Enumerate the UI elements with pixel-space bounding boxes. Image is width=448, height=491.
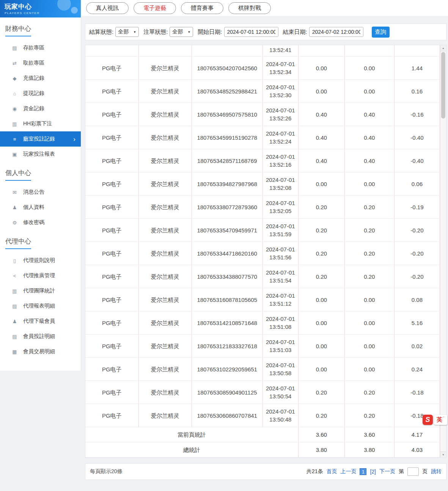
- sidebar-item[interactable]: ◆充值記錄: [0, 71, 81, 86]
- pagination-jump-button[interactable]: 跳转: [431, 468, 442, 475]
- end-date-label: 結束日期:: [283, 28, 307, 36]
- pagination-controls: 共21条首页上一页1[2]下一页第页跳转: [307, 467, 442, 476]
- members-icon: ♟: [11, 319, 18, 324]
- player-bet-report-icon: ▣: [11, 152, 18, 157]
- cell-bet-time: 2024-07-0113:51:12: [263, 288, 298, 311]
- table-scrollbar[interactable]: ▲ ▼: [440, 45, 446, 458]
- sidebar-item[interactable]: ♟個人資料: [0, 200, 81, 215]
- cell-game-name: 爱尔兰精灵: [138, 381, 192, 404]
- table-row: PG电子爱尔兰精灵18076530859049011252024-07-0113…: [85, 381, 440, 404]
- pagination-page-1[interactable]: 1: [360, 468, 366, 475]
- sidebar-item[interactable]: ⌂提現記錄: [0, 86, 81, 101]
- order-status-label: 注單狀態:: [143, 28, 168, 36]
- sidebar-item-label: 代理下級會員: [23, 318, 55, 325]
- sidebar-item[interactable]: ▯代理規則說明: [0, 253, 81, 268]
- pagination-next-page[interactable]: 下一页: [379, 468, 395, 475]
- ime-language-badge: 英 ˈ: [434, 415, 447, 425]
- cell-game-type: [85, 45, 138, 57]
- cell-bet-amount: 0.40: [298, 126, 344, 149]
- pagination-jump-suffix: 页: [422, 468, 428, 475]
- cell-valid-bet: 0.00: [344, 57, 394, 80]
- table-row: PG电子爱尔兰精灵18076533343880775702024-07-0113…: [85, 265, 440, 288]
- cell-win-loss: -0.20: [394, 242, 440, 265]
- sidebar-item[interactable]: ▤會員投註明細: [0, 329, 81, 344]
- cell-order-id: 1807653428571168769: [192, 149, 263, 172]
- table-row: PG电子爱尔兰精灵18076533547094599712024-07-0113…: [85, 219, 440, 242]
- table-row: PG电子爱尔兰精灵18076534285711687692024-07-0113…: [85, 149, 440, 172]
- sidebar-item-label: 充值記錄: [23, 75, 44, 82]
- sidebar-item[interactable]: ≡廳室投註記錄›: [0, 131, 81, 147]
- settle-status-select[interactable]: 全部 ▼: [115, 27, 139, 37]
- ime-indicator[interactable]: S 英 ˈ: [423, 415, 447, 425]
- cell-bet-time: 2024-07-0113:51:54: [263, 265, 298, 288]
- cell-win-loss: 0.24: [394, 358, 440, 381]
- cell-valid-bet: 0.20: [344, 381, 394, 404]
- end-date-group: 結束日期:: [283, 27, 363, 37]
- team-stats-icon: ▥: [11, 288, 18, 294]
- start-date-input[interactable]: [224, 27, 278, 37]
- end-date-input[interactable]: [309, 27, 363, 37]
- funds-record-icon: ◉: [11, 106, 18, 112]
- pagination-jump-input[interactable]: [407, 467, 419, 476]
- order-status-select[interactable]: 全部 ▼: [170, 27, 193, 37]
- tab-live-casino[interactable]: 真人視訊: [86, 2, 129, 14]
- sidebar-item[interactable]: <代理推廣管理: [0, 268, 81, 283]
- pagination-page-2[interactable]: [2]: [370, 469, 376, 475]
- table-row: PG电子爱尔兰精灵18076534599151902782024-07-0113…: [85, 126, 440, 149]
- tab-board-games[interactable]: 棋牌對戰: [228, 2, 271, 14]
- cell-game-type: PG电子: [85, 358, 138, 381]
- cell-win-loss: -0.16: [394, 103, 440, 126]
- lottery-bet-icon: ▥: [11, 121, 18, 127]
- sidebar-item[interactable]: ▤存款專區: [0, 40, 81, 55]
- cell-order-id: 1807653160878105605: [192, 288, 263, 311]
- cell-game-name: 爱尔兰精灵: [138, 126, 192, 149]
- cell-bet-time: 13:52:41: [263, 45, 298, 57]
- cell-bet-amount: 0.40: [298, 103, 344, 126]
- cell-game-type: PG电子: [85, 311, 138, 335]
- tab-electronic-games[interactable]: 電子遊藝: [134, 2, 176, 14]
- sidebar-item-label: 取款專區: [23, 60, 44, 66]
- cell-game-name: 爱尔兰精灵: [138, 57, 192, 80]
- cell-game-type: PG电子: [85, 404, 138, 427]
- sidebar-item[interactable]: ▤代理報表明細: [0, 298, 81, 314]
- cell-win-loss: -0.20: [394, 219, 440, 242]
- scroll-up-icon[interactable]: ▲: [440, 45, 446, 51]
- sidebar-item-label: 玩家投注報表: [23, 151, 55, 158]
- sidebar-item[interactable]: ✉消息公告: [0, 185, 81, 200]
- sidebar: 玩家中心 PLAYERS CENTER 財務中心▤存款專區⇄取款專區◆充值記錄⌂…: [0, 0, 81, 371]
- pagination-prev-page[interactable]: 上一页: [340, 468, 356, 475]
- sidebar-item[interactable]: ♟代理下級會員: [0, 314, 81, 329]
- cell-game-name: 爱尔兰精灵: [138, 219, 192, 242]
- sidebar-item[interactable]: ▥代理團隊統計: [0, 283, 81, 298]
- member-bet-detail-icon: ▤: [11, 334, 18, 339]
- sidebar-item[interactable]: ◉資金記錄: [0, 101, 81, 116]
- cell-order-id: 1807653485252988421: [192, 80, 263, 103]
- cell-valid-bet: 0.00: [344, 80, 394, 103]
- sidebar-item[interactable]: ⚙修改密碼: [0, 215, 81, 230]
- query-button[interactable]: 查詢: [372, 27, 390, 38]
- cell-win-loss: 4.03: [394, 442, 440, 458]
- sidebar-item[interactable]: ▦會員交易明細: [0, 344, 81, 359]
- sidebar-item[interactable]: ▣玩家投注報表: [0, 147, 81, 162]
- cell-valid-bet: 0.40: [344, 149, 394, 172]
- cell-win-loss: 0.02: [394, 335, 440, 358]
- pagination-first-page[interactable]: 首页: [326, 468, 337, 475]
- order-status-group: 注單狀態: 全部 ▼: [143, 27, 193, 37]
- scrollbar-thumb[interactable]: [441, 52, 445, 118]
- scroll-down-icon[interactable]: ▼: [440, 452, 446, 458]
- withdraw-icon: ⇄: [11, 60, 18, 66]
- cell-win-loss: -0.19: [394, 196, 440, 219]
- sidebar-item[interactable]: ⇄取款專區: [0, 55, 81, 71]
- cell-valid-bet: 0.40: [344, 103, 394, 126]
- cell-order-id: 1807653380772879360: [192, 196, 263, 219]
- recharge-record-icon: ◆: [11, 76, 18, 81]
- sidebar-item[interactable]: ▥HH彩票下注: [0, 116, 81, 131]
- sidebar-item-label: HH彩票下注: [23, 120, 52, 127]
- cell-valid-bet: 3.60: [344, 427, 394, 442]
- sidebar-item-label: 廳室投註記錄: [23, 136, 55, 142]
- app-subtitle: PLAYERS CENTER: [5, 11, 81, 15]
- cell-game-type: PG电子: [85, 103, 138, 126]
- table-row: PG电子爱尔兰精灵18076534695075758102024-07-0113…: [85, 103, 440, 126]
- tab-sports[interactable]: 體育賽事: [181, 2, 223, 14]
- pagination-total-count: 共21条: [307, 468, 323, 475]
